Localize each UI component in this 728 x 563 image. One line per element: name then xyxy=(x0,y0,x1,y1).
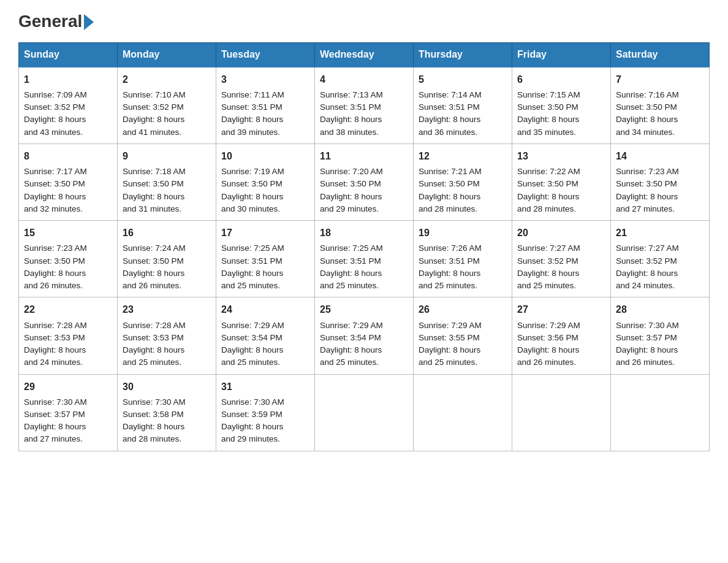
calendar-cell: 12 Sunrise: 7:21 AMSunset: 3:50 PMDaylig… xyxy=(414,144,512,220)
calendar-cell: 24 Sunrise: 7:29 AMSunset: 3:54 PMDaylig… xyxy=(216,297,315,374)
day-info: Sunrise: 7:16 AMSunset: 3:50 PMDaylight:… xyxy=(616,90,679,137)
day-number: 11 xyxy=(320,149,408,163)
day-number: 14 xyxy=(616,149,704,163)
weekday-header-saturday: Saturday xyxy=(611,42,710,67)
day-number: 26 xyxy=(419,302,507,316)
day-number: 13 xyxy=(517,149,605,163)
day-info: Sunrise: 7:26 AMSunset: 3:51 PMDaylight:… xyxy=(419,243,482,290)
day-info: Sunrise: 7:29 AMSunset: 3:55 PMDaylight:… xyxy=(419,321,482,367)
calendar-cell: 23 Sunrise: 7:28 AMSunset: 3:53 PMDaylig… xyxy=(118,297,216,374)
day-info: Sunrise: 7:24 AMSunset: 3:50 PMDaylight:… xyxy=(123,243,186,290)
calendar-cell: 10 Sunrise: 7:19 AMSunset: 3:50 PMDaylig… xyxy=(216,144,315,220)
calendar-week-row: 29 Sunrise: 7:30 AMSunset: 3:57 PMDaylig… xyxy=(19,374,710,451)
day-info: Sunrise: 7:27 AMSunset: 3:52 PMDaylight:… xyxy=(616,243,679,290)
calendar-cell: 18 Sunrise: 7:25 AMSunset: 3:51 PMDaylig… xyxy=(315,221,414,297)
calendar-cell: 26 Sunrise: 7:29 AMSunset: 3:55 PMDaylig… xyxy=(414,297,512,374)
day-info: Sunrise: 7:30 AMSunset: 3:59 PMDaylight:… xyxy=(221,397,284,444)
day-info: Sunrise: 7:21 AMSunset: 3:50 PMDaylight:… xyxy=(419,167,482,213)
calendar-cell: 2 Sunrise: 7:10 AMSunset: 3:52 PMDayligh… xyxy=(118,67,216,144)
day-info: Sunrise: 7:20 AMSunset: 3:50 PMDaylight:… xyxy=(320,167,383,213)
calendar-cell: 14 Sunrise: 7:23 AMSunset: 3:50 PMDaylig… xyxy=(611,144,710,220)
day-number: 9 xyxy=(123,149,211,163)
day-info: Sunrise: 7:27 AMSunset: 3:52 PMDaylight:… xyxy=(517,243,580,290)
calendar-cell: 19 Sunrise: 7:26 AMSunset: 3:51 PMDaylig… xyxy=(414,221,512,297)
day-number: 20 xyxy=(517,226,605,240)
logo-general-text: General xyxy=(18,12,82,31)
day-info: Sunrise: 7:22 AMSunset: 3:50 PMDaylight:… xyxy=(517,167,580,213)
calendar-cell: 28 Sunrise: 7:30 AMSunset: 3:57 PMDaylig… xyxy=(611,297,710,374)
day-number: 30 xyxy=(123,380,211,394)
calendar-cell: 5 Sunrise: 7:14 AMSunset: 3:51 PMDayligh… xyxy=(414,67,512,144)
calendar-cell: 30 Sunrise: 7:30 AMSunset: 3:58 PMDaylig… xyxy=(118,374,216,451)
logo: General xyxy=(18,12,94,31)
day-number: 5 xyxy=(419,72,507,86)
day-info: Sunrise: 7:30 AMSunset: 3:57 PMDaylight:… xyxy=(24,397,87,444)
day-info: Sunrise: 7:29 AMSunset: 3:54 PMDaylight:… xyxy=(320,321,383,367)
calendar-cell xyxy=(315,374,414,451)
day-info: Sunrise: 7:19 AMSunset: 3:50 PMDaylight:… xyxy=(221,167,284,213)
calendar-cell: 15 Sunrise: 7:23 AMSunset: 3:50 PMDaylig… xyxy=(19,221,118,297)
day-number: 18 xyxy=(320,226,408,240)
weekday-header-sunday: Sunday xyxy=(19,42,118,67)
day-number: 2 xyxy=(123,72,211,86)
day-info: Sunrise: 7:30 AMSunset: 3:57 PMDaylight:… xyxy=(616,321,679,367)
day-number: 23 xyxy=(123,302,211,316)
day-info: Sunrise: 7:17 AMSunset: 3:50 PMDaylight:… xyxy=(24,167,87,213)
page-header: General xyxy=(18,12,710,31)
calendar-cell xyxy=(611,374,710,451)
weekday-header-friday: Friday xyxy=(512,42,611,67)
day-number: 1 xyxy=(24,72,112,86)
day-info: Sunrise: 7:23 AMSunset: 3:50 PMDaylight:… xyxy=(616,167,679,213)
logo-triangle-icon xyxy=(84,14,94,30)
day-info: Sunrise: 7:09 AMSunset: 3:52 PMDaylight:… xyxy=(24,90,87,137)
day-number: 27 xyxy=(517,302,605,316)
calendar-cell: 22 Sunrise: 7:28 AMSunset: 3:53 PMDaylig… xyxy=(19,297,118,374)
day-number: 25 xyxy=(320,302,408,316)
calendar-cell: 8 Sunrise: 7:17 AMSunset: 3:50 PMDayligh… xyxy=(19,144,118,220)
calendar-table: SundayMondayTuesdayWednesdayThursdayFrid… xyxy=(18,42,710,451)
day-number: 16 xyxy=(123,226,211,240)
day-number: 15 xyxy=(24,226,112,240)
day-info: Sunrise: 7:13 AMSunset: 3:51 PMDaylight:… xyxy=(320,90,383,137)
calendar-cell: 17 Sunrise: 7:25 AMSunset: 3:51 PMDaylig… xyxy=(216,221,315,297)
calendar-cell: 3 Sunrise: 7:11 AMSunset: 3:51 PMDayligh… xyxy=(216,67,315,144)
calendar-cell: 16 Sunrise: 7:24 AMSunset: 3:50 PMDaylig… xyxy=(118,221,216,297)
calendar-week-row: 22 Sunrise: 7:28 AMSunset: 3:53 PMDaylig… xyxy=(19,297,710,374)
weekday-header-monday: Monday xyxy=(118,42,216,67)
calendar-cell: 11 Sunrise: 7:20 AMSunset: 3:50 PMDaylig… xyxy=(315,144,414,220)
day-info: Sunrise: 7:23 AMSunset: 3:50 PMDaylight:… xyxy=(24,243,87,290)
day-info: Sunrise: 7:28 AMSunset: 3:53 PMDaylight:… xyxy=(123,321,186,367)
day-number: 4 xyxy=(320,72,408,86)
day-number: 29 xyxy=(24,380,112,394)
calendar-cell: 27 Sunrise: 7:29 AMSunset: 3:56 PMDaylig… xyxy=(512,297,611,374)
calendar-week-row: 15 Sunrise: 7:23 AMSunset: 3:50 PMDaylig… xyxy=(19,221,710,297)
day-number: 7 xyxy=(616,72,704,86)
day-info: Sunrise: 7:29 AMSunset: 3:56 PMDaylight:… xyxy=(517,321,580,367)
calendar-cell: 9 Sunrise: 7:18 AMSunset: 3:50 PMDayligh… xyxy=(118,144,216,220)
calendar-cell: 21 Sunrise: 7:27 AMSunset: 3:52 PMDaylig… xyxy=(611,221,710,297)
day-number: 12 xyxy=(419,149,507,163)
day-number: 8 xyxy=(24,149,112,163)
day-number: 24 xyxy=(221,302,309,316)
calendar-week-row: 8 Sunrise: 7:17 AMSunset: 3:50 PMDayligh… xyxy=(19,144,710,220)
calendar-cell: 4 Sunrise: 7:13 AMSunset: 3:51 PMDayligh… xyxy=(315,67,414,144)
calendar-cell: 6 Sunrise: 7:15 AMSunset: 3:50 PMDayligh… xyxy=(512,67,611,144)
day-number: 10 xyxy=(221,149,309,163)
calendar-cell: 29 Sunrise: 7:30 AMSunset: 3:57 PMDaylig… xyxy=(19,374,118,451)
calendar-cell: 31 Sunrise: 7:30 AMSunset: 3:59 PMDaylig… xyxy=(216,374,315,451)
day-info: Sunrise: 7:14 AMSunset: 3:51 PMDaylight:… xyxy=(419,90,482,137)
day-info: Sunrise: 7:15 AMSunset: 3:50 PMDaylight:… xyxy=(517,90,580,137)
day-info: Sunrise: 7:11 AMSunset: 3:51 PMDaylight:… xyxy=(221,90,284,137)
calendar-cell: 13 Sunrise: 7:22 AMSunset: 3:50 PMDaylig… xyxy=(512,144,611,220)
day-number: 17 xyxy=(221,226,309,240)
calendar-cell: 20 Sunrise: 7:27 AMSunset: 3:52 PMDaylig… xyxy=(512,221,611,297)
calendar-cell xyxy=(414,374,512,451)
day-info: Sunrise: 7:25 AMSunset: 3:51 PMDaylight:… xyxy=(221,243,284,290)
day-number: 6 xyxy=(517,72,605,86)
day-info: Sunrise: 7:25 AMSunset: 3:51 PMDaylight:… xyxy=(320,243,383,290)
day-info: Sunrise: 7:29 AMSunset: 3:54 PMDaylight:… xyxy=(221,321,284,367)
weekday-header-thursday: Thursday xyxy=(414,42,512,67)
weekday-header-wednesday: Wednesday xyxy=(315,42,414,67)
day-number: 22 xyxy=(24,302,112,316)
calendar-cell: 25 Sunrise: 7:29 AMSunset: 3:54 PMDaylig… xyxy=(315,297,414,374)
